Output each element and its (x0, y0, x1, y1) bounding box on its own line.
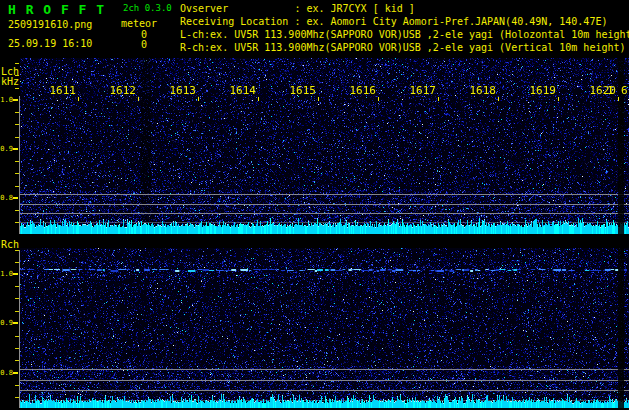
lch-ytick-label-3: 0.8 (0, 194, 13, 202)
lch-minor-tick (15, 88, 19, 89)
minute-tick-mark (138, 97, 139, 101)
minute-tick-mark (78, 97, 79, 101)
time-label-partial: 6 (621, 84, 628, 97)
rch-major-tick (13, 372, 18, 374)
minute-tick-mark (378, 97, 379, 101)
rch-minor-tick (15, 286, 19, 287)
rch-ytick-label-1: 1.0 (0, 270, 13, 278)
lch-minor-tick (15, 124, 19, 125)
lch-minor-tick (15, 222, 19, 223)
time-label: 1613 (169, 84, 196, 97)
rch-ytick-label-3: 0.8 (0, 369, 13, 377)
meteor-counter-label: meteor (121, 18, 157, 29)
time-label: 1614 (229, 84, 256, 97)
time-label: 1616 (349, 84, 376, 97)
rch-minor-tick (15, 262, 19, 263)
meteor-count-2: 0 (107, 39, 147, 50)
lch-major-tick (13, 99, 18, 101)
rch-minor-tick (15, 336, 19, 337)
lch-minor-tick (15, 161, 19, 162)
version-label: 2ch 0.3.0 (123, 3, 172, 13)
minute-tick-mark (318, 97, 319, 101)
time-label: 1617 (409, 84, 436, 97)
rch-minor-tick (15, 311, 19, 312)
lch-receiver-info-line: L-ch:ex. UV5R 113.900Mhz(SAPPORO VOR)USB… (180, 29, 629, 40)
datetime-label: 25.09.19 16:10 (8, 38, 92, 49)
lch-major-tick (13, 197, 18, 199)
minute-tick-mark (198, 97, 199, 101)
rch-spectrogram-canvas (20, 248, 629, 408)
lch-minor-tick (15, 137, 19, 138)
lch-ytick-label-2: 0.9 (0, 145, 13, 153)
minute-tick-mark (558, 97, 559, 101)
lch-unit-label: kHz (1, 76, 19, 87)
lch-minor-tick (15, 173, 19, 174)
time-label: 1618 (469, 84, 496, 97)
rch-minor-tick (15, 360, 19, 361)
rch-axis-line (19, 250, 20, 408)
time-label: 1612 (109, 84, 136, 97)
lch-minor-tick (15, 63, 19, 64)
rch-major-tick (13, 273, 18, 275)
lch-axis-line (19, 96, 20, 234)
minute-tick-mark (258, 97, 259, 101)
lch-minor-tick (15, 75, 19, 76)
time-label: 1619 (529, 84, 556, 97)
location-info-line: Receiving Location : ex. Aomori City Aom… (180, 16, 607, 27)
lch-ytick-label-1: 1.0 (0, 96, 13, 104)
lch-minor-tick (15, 186, 19, 187)
hrofft-window: H R O F F T 2ch 0.3.0 2509191610.png met… (0, 0, 629, 410)
rch-minor-tick (15, 250, 19, 251)
rch-axis-label: Rch (1, 239, 19, 250)
lch-major-tick (13, 148, 18, 150)
rch-major-tick (13, 322, 18, 324)
rch-ytick-label-2: 0.9 (0, 319, 13, 327)
time-label-partial: 1 (607, 84, 614, 97)
observer-info-line: Ovserver : ex. JR7CYX [ kid ] (180, 3, 415, 14)
app-title: H R O F F T (8, 2, 105, 17)
rch-minor-tick (15, 385, 19, 386)
time-label: 1611 (49, 84, 76, 97)
rch-receiver-info-line: R-ch:ex. UV5R 113.900Mhz(SAPPORO VOR)USB… (180, 42, 626, 53)
minute-tick-mark (498, 97, 499, 101)
lch-minor-tick (15, 112, 19, 113)
lch-minor-tick (15, 210, 19, 211)
rch-minor-tick (15, 397, 19, 398)
minute-tick-mark (618, 97, 619, 101)
minute-tick-mark (438, 97, 439, 101)
time-label: 1615 (289, 84, 316, 97)
filename-label: 2509191610.png (8, 19, 92, 30)
rch-minor-tick (15, 298, 19, 299)
rch-minor-tick (15, 348, 19, 349)
